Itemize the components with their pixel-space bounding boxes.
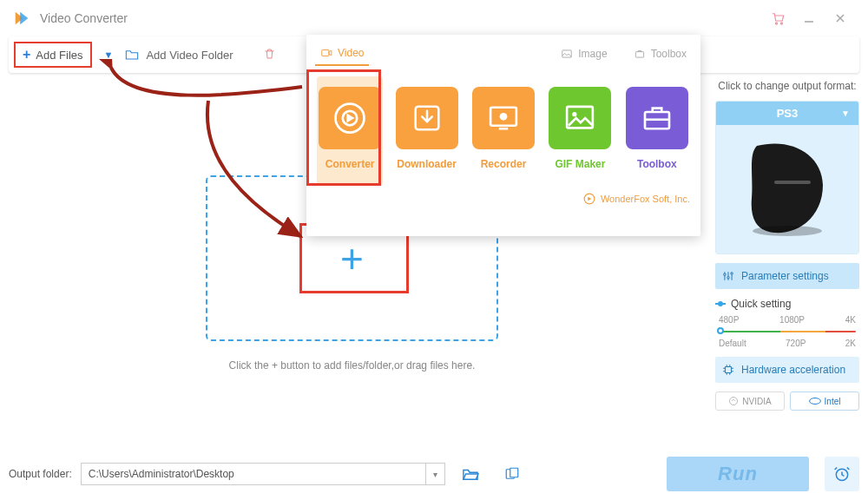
plus-icon: + (23, 47, 30, 62)
chip-nvidia-label: NVIDIA (742, 397, 771, 406)
brand-icon (583, 193, 595, 205)
sliders-icon (722, 270, 734, 282)
quick-setting: Quick setting 480P 1080P 4K Default 720P… (715, 298, 859, 348)
svg-rect-41 (510, 468, 517, 477)
svg-rect-6 (562, 50, 572, 57)
svg-point-39 (809, 398, 820, 405)
quality-tick: 2K (845, 339, 856, 348)
tab-video-label: Video (338, 47, 364, 59)
quality-tick: 1080P (779, 315, 805, 325)
output-folder-dropdown[interactable]: ▾ (426, 463, 445, 485)
quality-tick: 720P (786, 339, 806, 348)
svg-point-0 (775, 23, 777, 24)
app-logo-icon (12, 9, 31, 28)
open-folder-button[interactable] (454, 462, 487, 486)
parameter-settings-label: Parameter settings (741, 270, 829, 282)
alarm-icon (833, 465, 851, 483)
tab-image-label: Image (578, 48, 607, 60)
ps3-icon (740, 137, 835, 241)
svg-point-19 (753, 226, 822, 236)
output-format-image (716, 125, 858, 253)
tile-gifmaker[interactable]: GIF Maker (547, 76, 613, 186)
add-video-folder-button[interactable]: Add Video Folder (125, 49, 233, 62)
folder-icon (125, 49, 139, 61)
chip-icon (722, 364, 734, 376)
svg-point-1 (780, 23, 782, 24)
svg-rect-7 (635, 52, 643, 57)
sidebar: Click to change output format: PS3 ▼ Par… (715, 80, 859, 411)
tab-video[interactable]: Video (315, 42, 369, 66)
output-format-caption: PS3 ▼ (716, 102, 858, 125)
output-format-card[interactable]: PS3 ▼ (715, 101, 859, 254)
hardware-accel-label: Hardware acceleration (741, 364, 845, 376)
tile-toolbox[interactable]: Toolbox (624, 76, 690, 186)
tile-recorder-label: Recorder (481, 158, 527, 170)
quick-setting-label: Quick setting (731, 298, 791, 310)
output-folder-label: Output folder: (9, 468, 72, 480)
output-format-label: PS3 (777, 107, 799, 120)
chip-nvidia[interactable]: NVIDIA (715, 391, 785, 411)
download-icon (410, 101, 444, 135)
svg-rect-29 (726, 367, 732, 373)
run-button-label: Run (718, 463, 758, 485)
add-folder-label: Add Video Folder (146, 49, 233, 62)
popup-footer-label: WonderFox Soft, Inc. (601, 194, 690, 204)
tile-converter[interactable]: Converter (317, 76, 383, 186)
hardware-accel-button[interactable]: Hardware acceleration (715, 357, 859, 383)
briefcase-icon (639, 100, 675, 136)
svg-point-26 (731, 273, 733, 274)
parameter-settings-button[interactable]: Parameter settings (715, 263, 859, 289)
tile-recorder[interactable]: Recorder (470, 76, 536, 186)
recorder-icon (485, 100, 522, 136)
dot-icon (715, 299, 726, 309)
tile-gifmaker-label: GIF Maker (555, 158, 605, 170)
intel-icon (809, 397, 821, 405)
quality-tick: Default (719, 339, 746, 348)
nvidia-icon (728, 396, 739, 406)
add-files-dropdown[interactable]: ▼ (104, 49, 114, 60)
minimize-button[interactable] (793, 3, 825, 34)
svg-point-12 (500, 113, 508, 121)
chip-intel[interactable]: Intel (790, 391, 859, 411)
drop-hint: Click the + button to add files/folder,o… (206, 359, 498, 372)
quality-tick: 4K (845, 315, 856, 325)
svg-rect-5 (322, 50, 329, 56)
tile-downloader[interactable]: Downloader (393, 76, 459, 186)
delete-button[interactable] (263, 47, 276, 63)
tile-toolbox-label: Toolbox (637, 158, 677, 170)
app-title: Video Converter (40, 11, 762, 25)
chevron-down-icon: ▼ (841, 109, 850, 118)
title-bar: Video Converter (0, 0, 868, 36)
svg-point-38 (730, 398, 738, 405)
svg-rect-20 (774, 181, 811, 184)
schedule-button[interactable] (825, 457, 859, 491)
quality-slider[interactable] (719, 328, 856, 335)
svg-point-25 (727, 277, 729, 279)
close-button[interactable] (825, 3, 856, 34)
tab-toolbox[interactable]: Toolbox (628, 42, 692, 66)
chip-intel-label: Intel (825, 397, 841, 406)
cart-icon[interactable] (762, 3, 793, 34)
popup-tiles: Converter Downloader Recorder GIF Maker … (306, 66, 700, 189)
tile-converter-label: Converter (326, 158, 375, 170)
add-files-button[interactable]: + Add Files (14, 42, 92, 68)
bottom-bar: Output folder: ▾ Run (9, 455, 859, 493)
open-folder-icon (461, 466, 480, 482)
hw-chips: NVIDIA Intel (715, 391, 859, 411)
add-files-label: Add Files (36, 49, 82, 62)
merge-icon (503, 466, 521, 482)
popup-footer: WonderFox Soft, Inc. (306, 189, 700, 212)
popup-tabs: Video Image Toolbox (306, 35, 700, 66)
quality-tick: 480P (719, 315, 739, 325)
output-folder-field: ▾ (81, 463, 445, 485)
svg-point-15 (573, 112, 577, 116)
merge-button[interactable] (496, 462, 529, 486)
converter-icon (331, 99, 369, 137)
tile-downloader-label: Downloader (397, 158, 457, 170)
output-folder-input[interactable] (81, 463, 426, 485)
run-button[interactable]: Run (667, 457, 809, 491)
tab-toolbox-label: Toolbox (651, 48, 687, 60)
module-popup: Video Image Toolbox Converter Downloader (306, 35, 700, 236)
image-icon (562, 100, 598, 136)
tab-image[interactable]: Image (556, 42, 612, 66)
